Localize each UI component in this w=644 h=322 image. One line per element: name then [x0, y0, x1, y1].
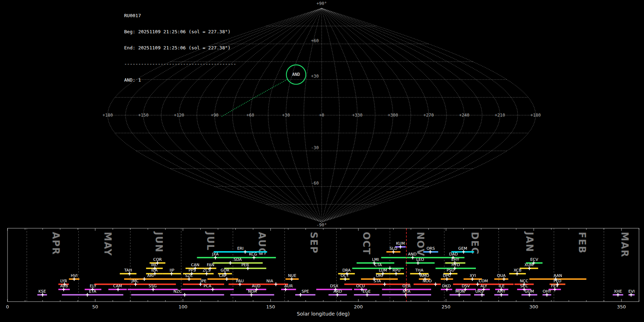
longitude-label: +0 — [319, 113, 324, 118]
tick-label: 300 — [529, 304, 538, 309]
shower-code-label: KUM — [396, 241, 405, 246]
shower-code-label: ELY — [90, 284, 97, 288]
longitude-label: +180 — [531, 113, 541, 118]
shower-code-label: XYI — [470, 273, 476, 278]
shower-code-label: ZCS — [203, 268, 210, 273]
shower-code-label: QUA — [497, 273, 506, 278]
activity-timeline: APRMAYJUNJULAUGSEPOCTNOVDECJANFEBMARKUME… — [0, 225, 644, 322]
shower-code-label: PPS — [189, 268, 196, 273]
longitude-label: +330 — [352, 113, 362, 118]
end-time: End: 20251109 21:25:06 (sol = 227.38°) — [124, 45, 236, 50]
shower-code-label: LYR — [60, 279, 67, 283]
tick-label: 200 — [354, 304, 363, 309]
shower-code-label: IEA — [151, 268, 158, 273]
shower-code-label: URS — [475, 289, 483, 294]
shower-code-label: AVB — [60, 284, 68, 288]
shower-code-label: FAN — [207, 263, 214, 267]
tick-label: 250 — [441, 304, 450, 309]
latitude-label: +30 — [311, 74, 319, 79]
shower-code-label: ORS — [426, 246, 435, 251]
shower-code-label: DAD — [449, 252, 458, 257]
month-label: FEB — [577, 232, 587, 254]
shower-code-label: PCA — [204, 284, 211, 288]
shower-code-label: KSE — [38, 289, 46, 294]
shower-activity-bar — [214, 251, 267, 253]
shower-code-label: IRC — [151, 263, 158, 267]
longitude-label: +60 — [247, 113, 254, 118]
shower-code-label: MON — [455, 289, 465, 294]
shower-code-label: NIA — [267, 279, 273, 283]
shower-activity-bar — [344, 284, 410, 285]
shower-code-label: CTA — [374, 263, 382, 267]
shower-count: AND: 1 — [124, 77, 236, 83]
shower-code-label: AUD — [252, 284, 260, 288]
longitude-label: +210 — [495, 113, 505, 118]
shower-code-label: OCT — [341, 273, 349, 278]
shower-code-label: IPE — [200, 279, 206, 283]
shower-code-label: SDA — [234, 257, 242, 262]
shower-code-label: HYD — [452, 263, 460, 267]
shower-code-label: HVI — [71, 273, 78, 278]
shower-code-label: PAU — [236, 279, 244, 283]
shower-code-label: GEM — [458, 246, 467, 251]
begin-time: Beg: 20251109 21:25:06 (sol = 227.38°) — [124, 29, 236, 34]
tick-label: 350 — [617, 304, 626, 309]
month-label: MAR — [619, 232, 630, 258]
shower-code-label: AHY — [497, 289, 506, 294]
shower-code-label: ETA — [89, 289, 97, 294]
shower-code-label: FEV — [551, 284, 558, 288]
shower-code-label: ARI — [147, 273, 153, 278]
shower-code-label: OCU — [356, 284, 365, 288]
shower-code-label: DPC — [443, 273, 451, 278]
shower-code-label: SLD — [390, 246, 397, 251]
month-label: MAY — [102, 232, 113, 256]
shower-code-label: NDA — [248, 289, 257, 294]
shower-code-label: PER — [241, 263, 249, 267]
shower-code-label: DRA — [342, 268, 351, 273]
shower-code-label: AND — [408, 252, 416, 257]
shower-code-label: GUM — [525, 289, 534, 294]
longitude-label: +270 — [424, 113, 434, 118]
sky-map: +180+150+120+90+60+30+0+330+300+270+240+… — [0, 0, 644, 229]
longitude-label: +90 — [211, 113, 219, 118]
shower-code-label: STA — [374, 279, 381, 283]
shower-code-label: NCC — [520, 279, 528, 283]
shower-code-label: JXA — [212, 252, 219, 257]
radiant-label: AND — [292, 72, 300, 77]
shower-code-label: NTA — [403, 289, 411, 294]
shower-code-label: ERI — [237, 246, 244, 251]
observation-header: RU0017 Beg: 20251109 21:25:06 (sol = 227… — [124, 2, 236, 88]
shower-code-label: TAH — [124, 268, 132, 273]
shower-code-label: LEO — [416, 257, 424, 262]
header-separator: ---------------------------------------- — [124, 61, 236, 67]
shower-code-label: AAN — [553, 273, 562, 278]
shower-code-label: NOO — [423, 279, 432, 283]
latitude-label: -60 — [311, 181, 319, 186]
shower-code-label: KCG — [249, 252, 257, 257]
shower-code-label: ECV — [530, 257, 538, 262]
tick-label: 150 — [266, 304, 275, 309]
shower-code-label: SSG — [148, 284, 157, 288]
shower-code-label: COM — [479, 279, 488, 283]
shower-code-label: XHE — [614, 289, 622, 294]
x-axis-title: Solar longitude (deg) — [297, 311, 350, 317]
shower-activity-bar — [131, 294, 224, 296]
shower-activity-bar — [281, 289, 296, 290]
shower-code-label: XCB — [514, 268, 522, 273]
shower-code-label: DKD — [442, 284, 451, 288]
shower-code-label: OER — [402, 284, 411, 288]
shower-code-label: CAP — [219, 273, 227, 278]
shower-bars: KUMERISLDORSGEMJXAKCGANDDADCORSDALMILEOE… — [37, 241, 635, 297]
shower-code-label: AMO — [420, 273, 429, 278]
shower-code-label: ILE — [499, 284, 504, 288]
shower-code-label: ALY — [480, 284, 487, 288]
month-label: JUL — [205, 231, 216, 251]
shower-code-label: SZC — [185, 273, 193, 278]
shower-code-label: ORI — [376, 273, 383, 278]
longitude-label: +240 — [459, 113, 469, 118]
month-label: SEP — [308, 232, 319, 254]
shower-code-label: LUM — [379, 268, 387, 273]
shower-code-label: NZC — [174, 289, 182, 294]
latitude-label: -30 — [311, 145, 319, 150]
shower-activity-bar — [224, 268, 267, 269]
